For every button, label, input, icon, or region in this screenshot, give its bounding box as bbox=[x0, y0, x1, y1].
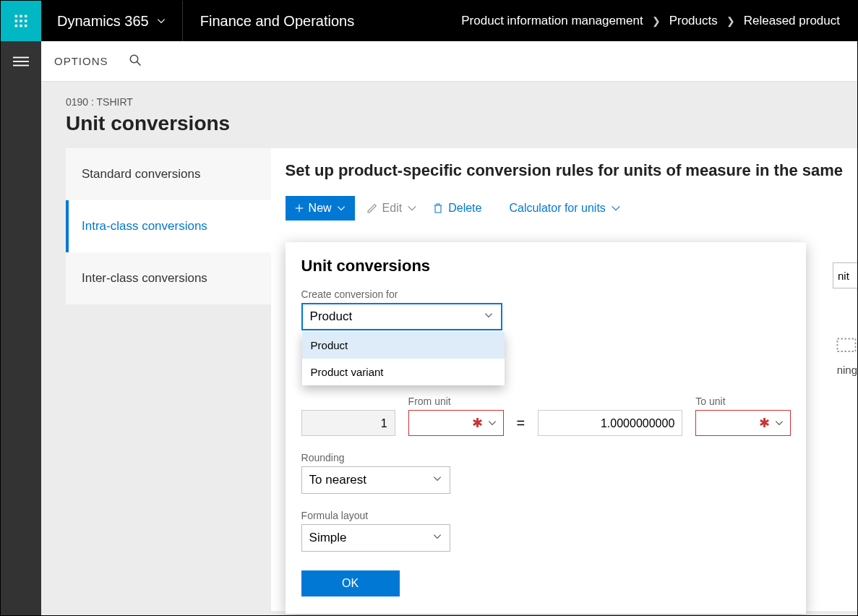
brand-label: Dynamics 365 bbox=[57, 13, 149, 30]
chevron-down-icon bbox=[610, 202, 622, 214]
dropdown-option-product[interactable]: Product bbox=[302, 332, 505, 359]
flyout-title: Unit conversions bbox=[301, 257, 790, 275]
rounding-value: To nearest bbox=[309, 473, 366, 487]
required-icon: ✱ bbox=[759, 415, 770, 431]
new-button[interactable]: New bbox=[286, 196, 355, 221]
svg-line-13 bbox=[137, 61, 140, 65]
svg-rect-1 bbox=[20, 15, 22, 17]
to-unit-select[interactable]: ✱ bbox=[695, 410, 791, 436]
pencil-icon bbox=[366, 202, 378, 214]
detail-heading: Set up product-specific conversion rules… bbox=[286, 161, 843, 180]
formula-value: Simple bbox=[309, 531, 347, 545]
svg-rect-5 bbox=[25, 20, 27, 22]
chevron-down-icon bbox=[406, 202, 418, 214]
chevron-down-icon bbox=[774, 418, 784, 428]
rounding-select[interactable]: To nearest bbox=[301, 466, 450, 494]
new-button-label: New bbox=[309, 202, 332, 215]
chevron-right-icon: ❯ bbox=[726, 15, 735, 27]
conversion-equation-row: 1 From unit ✱ = 1.0000000000 bbox=[301, 395, 790, 436]
top-bar: Dynamics 365 Finance and Operations Prod… bbox=[1, 1, 857, 41]
search-icon bbox=[129, 54, 142, 67]
action-bar: OPTIONS bbox=[41, 41, 857, 82]
svg-point-12 bbox=[130, 55, 138, 63]
svg-rect-0 bbox=[15, 15, 17, 17]
calculator-label: Calculator for units bbox=[509, 202, 605, 215]
breadcrumb-item[interactable]: Product information management bbox=[461, 14, 643, 28]
plus-icon bbox=[294, 203, 304, 213]
svg-rect-8 bbox=[25, 25, 27, 27]
delete-label: Delete bbox=[448, 202, 481, 215]
tab-standard-conversions[interactable]: Standard conversions bbox=[66, 148, 271, 200]
tabs-list: Standard conversions Intra-class convers… bbox=[66, 148, 271, 304]
waffle-icon bbox=[14, 14, 28, 28]
formula-label: Formula layout bbox=[301, 510, 790, 521]
svg-rect-2 bbox=[25, 15, 27, 17]
tab-intra-class-conversions[interactable]: Intra-class conversions bbox=[66, 200, 271, 252]
chevron-down-icon bbox=[487, 418, 497, 428]
chevron-down-icon bbox=[432, 474, 442, 484]
unit-conversion-flyout: Unit conversions Create conversion for P… bbox=[286, 242, 806, 614]
chevron-right-icon: ❯ bbox=[652, 15, 661, 27]
from-unit-label: From unit bbox=[408, 395, 504, 407]
breadcrumb-item[interactable]: Released product bbox=[744, 14, 840, 28]
toolbar: New Edit Delete Calculator for units bbox=[286, 196, 843, 221]
box-icon bbox=[836, 333, 857, 355]
chevron-down-icon bbox=[336, 203, 346, 213]
svg-rect-4 bbox=[20, 20, 22, 22]
app-launcher-button[interactable] bbox=[1, 1, 41, 41]
chevron-down-icon bbox=[484, 310, 494, 320]
factor-left-input[interactable]: 1 bbox=[301, 410, 395, 436]
required-icon: ✱ bbox=[472, 415, 483, 431]
dropdown-option-product-variant[interactable]: Product variant bbox=[302, 359, 505, 385]
record-context: 0190 : TSHIRT bbox=[66, 96, 857, 108]
from-unit-select[interactable]: ✱ bbox=[408, 410, 504, 436]
svg-rect-3 bbox=[15, 20, 17, 22]
content-area: 0190 : TSHIRT Unit conversions Standard … bbox=[41, 82, 857, 615]
breadcrumb-item[interactable]: Products bbox=[669, 14, 718, 28]
calculator-button[interactable]: Calculator for units bbox=[506, 197, 624, 219]
cut-icon-fragment bbox=[836, 333, 857, 355]
tab-inter-class-conversions[interactable]: Inter-class conversions bbox=[66, 252, 271, 304]
sub-row: OPTIONS bbox=[1, 41, 857, 82]
edit-label: Edit bbox=[382, 202, 403, 215]
panel-row: Standard conversions Intra-class convers… bbox=[66, 148, 857, 611]
to-unit-label: To unit bbox=[695, 395, 791, 407]
create-for-select[interactable]: Product Product Product variant bbox=[301, 303, 502, 330]
create-for-dropdown: Product Product variant bbox=[302, 332, 505, 385]
ok-button[interactable]: OK bbox=[301, 570, 400, 596]
breadcrumb: Product information management ❯ Product… bbox=[444, 1, 857, 41]
factor-right-input[interactable]: 1.0000000000 bbox=[538, 410, 682, 436]
cut-unit-fragment: nit bbox=[833, 262, 857, 288]
detail-panel: Set up product-specific conversion rules… bbox=[271, 148, 857, 611]
create-for-label: Create conversion for bbox=[301, 288, 790, 300]
main-wrap: 0190 : TSHIRT Unit conversions Standard … bbox=[1, 82, 857, 615]
rounding-label: Rounding bbox=[301, 452, 790, 463]
left-rail bbox=[1, 82, 41, 615]
delete-button[interactable]: Delete bbox=[429, 197, 484, 219]
svg-rect-6 bbox=[15, 25, 17, 27]
nav-toggle-button[interactable] bbox=[1, 41, 41, 82]
brand-menu[interactable]: Dynamics 365 bbox=[41, 1, 183, 41]
create-for-value: Product bbox=[310, 309, 353, 324]
trash-icon bbox=[432, 202, 444, 214]
svg-rect-7 bbox=[20, 25, 22, 27]
chevron-down-icon bbox=[156, 16, 166, 26]
module-label: Finance and Operations bbox=[183, 1, 372, 41]
page-title: Unit conversions bbox=[66, 112, 857, 135]
hamburger-icon bbox=[13, 56, 29, 67]
svg-rect-16 bbox=[838, 339, 856, 352]
options-menu[interactable]: OPTIONS bbox=[54, 55, 108, 67]
search-button[interactable] bbox=[129, 54, 142, 69]
edit-button: Edit bbox=[364, 197, 421, 219]
equals-sign: = bbox=[517, 415, 525, 436]
cut-text-fragment: ning bbox=[837, 364, 857, 376]
formula-select[interactable]: Simple bbox=[301, 524, 450, 552]
chevron-down-icon bbox=[432, 531, 442, 542]
